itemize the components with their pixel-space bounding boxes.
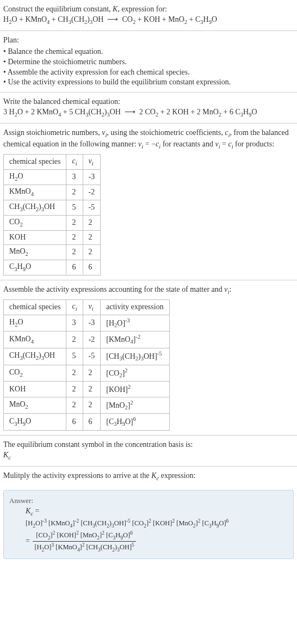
table-row: H2O3-3 [4, 170, 101, 185]
table-row: CO222[CO2]2 [4, 365, 170, 382]
cell: 5 [66, 200, 83, 216]
cell: 6 [83, 260, 101, 275]
table-row: KMnO42-2[KMnO4]-2 [4, 332, 170, 348]
cell: 2 [66, 397, 83, 414]
cell: 2 [83, 365, 101, 382]
table-header: νi [83, 155, 101, 170]
plan-item: Determine the stoichiometric numbers. [3, 57, 294, 68]
cell: -5 [83, 348, 101, 365]
cell: CO2 [4, 365, 66, 382]
cell: MnO2 [4, 397, 66, 414]
table-header: ci [66, 299, 83, 315]
table-row: CH3(CH2)3OH5-5[CH3(CH2)3OH]-5 [4, 348, 170, 365]
intro-line1: Construct the equilibrium constant, K, e… [3, 4, 294, 15]
table-header: chemical species [4, 155, 66, 170]
plan-list: Balance the chemical equation. Determine… [3, 47, 294, 88]
table-row: MnO222[MnO2]2 [4, 397, 170, 414]
equals-sign: = [26, 536, 32, 547]
cell: 2 [66, 215, 83, 230]
cell: MnO2 [4, 244, 66, 260]
table-header: activity expression [101, 299, 169, 315]
cell: H2O [4, 315, 66, 332]
plan-title: Plan: [3, 35, 294, 46]
cell: -5 [83, 200, 101, 216]
cell: KOH [4, 230, 66, 244]
multiply-section: Mulitply the activity expressions to arr… [0, 467, 297, 487]
fraction: [CO2]2 [KOH]2 [MnO2]2 [C3H9O]6 [H2O]3 [K… [33, 530, 135, 554]
cell: 5 [66, 348, 83, 365]
kc-line2: Kc [3, 450, 294, 462]
cell: 2 [66, 244, 83, 260]
answer-fraction-line: = [CO2]2 [KOH]2 [MnO2]2 [C3H9O]6 [H2O]3 … [26, 530, 288, 554]
cell: 2 [66, 382, 83, 397]
table-row: C3H9O66[C3H9O]6 [4, 414, 170, 431]
kc-symbol-section: The equilibrium constant symbol in the c… [0, 436, 297, 466]
answer-product-line: [H2O]-3 [KMnO4]-2 [CH3(CH2)3OH]-5 [CO2]2… [26, 518, 288, 529]
cell: 2 [66, 365, 83, 382]
plan-item: Assemble the activity expression for eac… [3, 68, 294, 78]
plan-item: Use the activity expressions to build th… [3, 77, 294, 88]
cell: KMnO4 [4, 185, 66, 200]
cell: 3 [66, 170, 83, 185]
answer-content: Kc = [H2O]-3 [KMnO4]-2 [CH3(CH2)3OH]-5 [… [9, 506, 288, 553]
kc-line1: The equilibrium constant symbol in the c… [3, 440, 294, 450]
cell: CH3(CH2)3OH [4, 200, 66, 216]
multiply-text: Mulitply the activity expressions to arr… [3, 471, 294, 482]
cell: 2 [83, 244, 101, 260]
cell: 3 [66, 315, 83, 332]
cell: [KMnO4]-2 [101, 332, 169, 348]
cell: [C3H9O]6 [101, 414, 169, 431]
assemble-text: Assemble the activity expressions accoun… [3, 285, 294, 296]
table-header: chemical species [4, 299, 66, 315]
cell: [CO2]2 [101, 365, 169, 382]
cell: 6 [66, 414, 83, 431]
table-header: νi [83, 299, 101, 315]
cell: 6 [66, 260, 83, 275]
cell: 2 [66, 185, 83, 200]
answer-box: Answer: Kc = [H2O]-3 [KMnO4]-2 [CH3(CH2)… [3, 490, 294, 559]
answer-label: Answer: [9, 496, 288, 506]
table-row: H2O3-3[H2O]-3 [4, 315, 170, 332]
cell: [KOH]2 [101, 382, 169, 397]
cell: -3 [83, 170, 101, 185]
cell: -2 [83, 332, 101, 348]
plan-item: Balance the chemical equation. [3, 47, 294, 57]
cell: CH3(CH2)3OH [4, 348, 66, 365]
assign-text: Assign stoichiometric numbers, νi, using… [3, 128, 294, 151]
cell: C3H9O [4, 414, 66, 431]
cell: [CH3(CH2)3OH]-5 [101, 348, 169, 365]
cell: 2 [83, 215, 101, 230]
plan: Plan: Balance the chemical equation. Det… [0, 31, 297, 92]
stoich-table: chemical species ci νi H2O3-3 KMnO42-2 C… [3, 154, 101, 275]
cell: -2 [83, 185, 101, 200]
table-row: CO222 [4, 215, 101, 230]
balanced-title: Write the balanced chemical equation: [3, 97, 294, 107]
table-header: ci [66, 155, 83, 170]
table-header-row: chemical species ci νi activity expressi… [4, 299, 170, 315]
table-row: KMnO42-2 [4, 185, 101, 200]
balanced: Write the balanced chemical equation: 3 … [0, 93, 297, 123]
cell: [H2O]-3 [101, 315, 169, 332]
balanced-equation: 3 H2O + 2 KMnO4 + 5 CH3(CH2)3OH ⟶ 2 CO2 … [3, 107, 294, 119]
intro-equation: H2O + KMnO4 + CH3(CH2)3OH ⟶ CO2 + KOH + … [3, 15, 294, 26]
table-header-row: chemical species ci νi [4, 155, 101, 170]
activity-section: Assemble the activity expressions accoun… [0, 280, 297, 435]
cell: -3 [83, 315, 101, 332]
cell: [MnO2]2 [101, 397, 169, 414]
fraction-denominator: [H2O]3 [KMnO4]2 [CH3(CH2)3OH]5 [33, 542, 135, 553]
cell: 2 [66, 230, 83, 244]
cell: H2O [4, 170, 66, 185]
intro: Construct the equilibrium constant, K, e… [0, 0, 297, 30]
table-row: C3H9O66 [4, 260, 101, 275]
cell: KMnO4 [4, 332, 66, 348]
cell: 2 [83, 397, 101, 414]
table-row: CH3(CH2)3OH5-5 [4, 200, 101, 216]
cell: 2 [83, 382, 101, 397]
cell: 6 [83, 414, 101, 431]
cell: KOH [4, 382, 66, 397]
cell: C3H9O [4, 260, 66, 275]
cell: CO2 [4, 215, 66, 230]
assign: Assign stoichiometric numbers, νi, using… [0, 124, 297, 280]
activity-table: chemical species ci νi activity expressi… [3, 299, 170, 431]
cell: 2 [66, 332, 83, 348]
